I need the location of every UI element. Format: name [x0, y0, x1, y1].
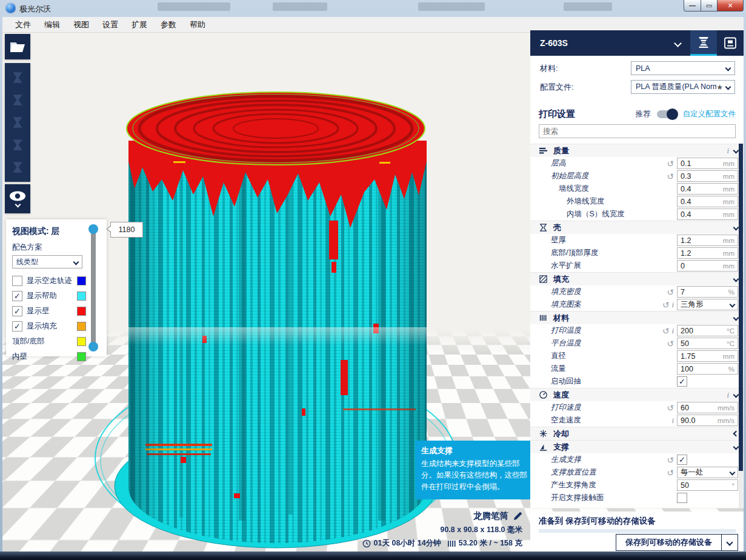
legend-checkbox[interactable]: ✓	[12, 291, 22, 301]
setting-value-field[interactable]: 1.2mm	[677, 235, 738, 246]
reset-to-default-icon[interactable]: ↺	[667, 172, 674, 181]
scrollbar-thumb[interactable]	[739, 144, 743, 471]
recommended-custom-toggle[interactable]	[657, 110, 677, 118]
reset-to-default-icon[interactable]: ↺	[667, 288, 674, 296]
chevron-down-icon[interactable]	[730, 470, 736, 476]
settings-scrollbar[interactable]	[739, 144, 743, 508]
info-icon[interactable]: i	[671, 416, 674, 425]
chevron-down-icon[interactable]	[674, 39, 682, 47]
setting-value-field[interactable]: 50°	[677, 479, 738, 491]
chevron-left-icon[interactable]	[733, 431, 739, 437]
rotate-tool-icon[interactable]	[10, 115, 25, 130]
menu-item-7[interactable]: 帮助	[183, 17, 212, 32]
scale-tool-icon[interactable]	[10, 92, 25, 108]
maximize-button[interactable]: ▭	[701, 0, 718, 12]
chevron-down-icon[interactable]	[733, 315, 739, 321]
setting-value-field[interactable]: 1.2mm	[677, 247, 738, 259]
chevron-down-icon[interactable]	[733, 148, 739, 154]
setting-value-field[interactable]: 90.0mm/s	[677, 415, 738, 426]
custom-profile-link[interactable]: 自定义配置文件	[683, 109, 736, 119]
setting-checkbox[interactable]: ✓	[677, 376, 687, 387]
info-icon[interactable]: i	[671, 326, 674, 336]
menu-item-3[interactable]: 视图	[67, 17, 96, 32]
chevron-down-icon[interactable]	[733, 225, 739, 231]
printer-monitor-icon	[723, 36, 738, 50]
menu-item-1[interactable]: 文件	[8, 17, 38, 32]
close-button[interactable]: ✕	[717, 0, 744, 12]
menu-item-5[interactable]: 扩展	[125, 17, 154, 32]
section-header-shell[interactable]: 壳	[530, 221, 744, 234]
setting-control: 每一处	[677, 467, 738, 478]
menu-item-2[interactable]: 编辑	[38, 17, 67, 32]
info-icon[interactable]: i	[727, 146, 729, 156]
sliced-model-preview[interactable]	[88, 69, 464, 552]
layer-slider-top-handle[interactable]	[88, 224, 98, 234]
section-header-quality[interactable]: 质量i	[530, 144, 744, 157]
setting-value-field[interactable]: 0.4mm	[677, 196, 738, 207]
setting-value-field[interactable]: 0mm	[677, 260, 738, 272]
setting-value-field[interactable]: 1.75mm	[677, 350, 738, 362]
open-file-button[interactable]	[5, 34, 30, 59]
setting-label: 启动回抽	[530, 376, 581, 387]
material-select[interactable]: PLA	[631, 61, 735, 75]
chevron-down-icon[interactable]	[733, 276, 739, 282]
setting-dropdown[interactable]: 每一处	[677, 467, 738, 478]
reset-to-default-icon[interactable]: ↺	[667, 468, 674, 477]
setting-value-field[interactable]: 7%	[677, 286, 738, 298]
setting-value-field[interactable]: 0.4mm	[677, 208, 738, 220]
eye-icon	[9, 191, 26, 201]
legend-label: 内壁	[12, 352, 27, 362]
chevron-down-icon[interactable]	[733, 444, 739, 450]
save-to-removable-button[interactable]: 保存到可移动的存储设备	[616, 534, 722, 551]
legend-checkbox[interactable]: ✓	[12, 306, 22, 316]
material-usage: 53.20 米 / ~ 158 克	[459, 538, 522, 548]
menu-item-4[interactable]: 设置	[96, 17, 125, 32]
reset-to-default-icon[interactable]: ↺	[667, 404, 674, 412]
section-header-support[interactable]: 支撑	[530, 440, 744, 453]
setting-value-field[interactable]: 0.1mm	[677, 158, 738, 169]
setting-value-field[interactable]: 60mm/s	[677, 402, 738, 413]
settings-search-input[interactable]	[539, 125, 735, 138]
edit-name-icon[interactable]	[513, 512, 522, 521]
reset-to-default-icon[interactable]: ↺	[667, 159, 674, 168]
legend-checkbox[interactable]: ✓	[12, 321, 22, 332]
machine-name[interactable]: Z-603S	[540, 38, 568, 48]
tab-slice-preview[interactable]	[690, 30, 717, 56]
reset-to-default-icon[interactable]: ↺	[667, 339, 674, 348]
setting-value-field[interactable]: 0.3mm	[677, 170, 738, 182]
section-header-infill[interactable]: 填充	[530, 272, 744, 285]
setting-checkbox[interactable]: ✓	[677, 455, 687, 465]
tab-monitor[interactable]	[717, 30, 744, 56]
section-header-speed[interactable]: 速度i	[530, 388, 744, 401]
setting-value-field[interactable]: 100%	[677, 363, 738, 375]
move-tool-icon[interactable]	[10, 70, 25, 85]
setting-value-field[interactable]: 50°C	[677, 338, 738, 349]
setting-value-field[interactable]: 200°C	[677, 325, 738, 336]
section-header-material[interactable]: 材料	[530, 311, 744, 324]
reset-to-default-icon[interactable]: ↺	[667, 456, 674, 464]
chevron-down-icon	[15, 202, 21, 208]
menu-item-6[interactable]: 参数	[154, 17, 183, 32]
mirror-tool-icon[interactable]	[10, 137, 25, 153]
info-icon[interactable]: i	[671, 300, 674, 310]
view-mode-button[interactable]	[5, 184, 30, 213]
setting-dropdown[interactable]: 三角形	[677, 299, 738, 310]
chevron-down-icon[interactable]	[730, 302, 736, 308]
info-icon[interactable]: i	[727, 390, 729, 400]
layer-slider-track[interactable]	[91, 227, 96, 350]
per-model-settings-tool-icon[interactable]	[10, 159, 25, 175]
color-scheme-select[interactable]: 线类型	[12, 255, 82, 268]
setting-value-field[interactable]: 0.4mm	[677, 183, 738, 195]
minimize-button[interactable]: —	[684, 0, 701, 12]
setting-checkbox[interactable]	[677, 493, 687, 503]
legend-checkbox[interactable]	[12, 276, 22, 286]
save-options-dropdown[interactable]	[721, 534, 738, 551]
profile-select[interactable]: PLA 普通质量(PLA Norma Qua ★	[631, 80, 735, 94]
reset-to-default-icon[interactable]: ↺	[662, 327, 670, 335]
reset-to-default-icon[interactable]: ↺	[662, 301, 670, 309]
chevron-down-icon[interactable]	[733, 392, 739, 398]
layer-slider-bottom-handle[interactable]	[88, 342, 98, 352]
section-header-cooling[interactable]: 冷却	[530, 427, 744, 440]
print-settings-title: 打印设置	[539, 108, 575, 120]
titlebar[interactable]: 极光尔沃 — ▭ ✕	[0, 0, 746, 17]
